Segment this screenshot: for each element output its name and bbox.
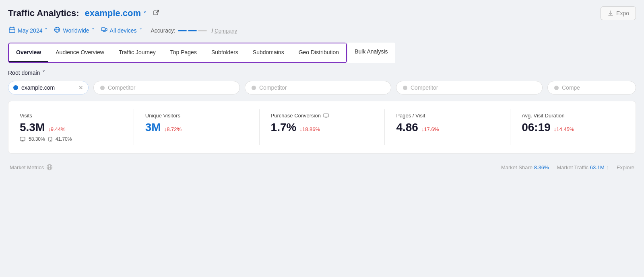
globe-icon (54, 27, 60, 35)
purchase-conversion-value-row: 1.7% ↓18.86% (271, 121, 374, 134)
info-icon: i (212, 28, 213, 33)
explore-link[interactable]: Explore (617, 164, 634, 170)
visits-sub: 58.30% 41.70% (20, 136, 122, 142)
stat-unique-visitors: Unique Visitors 3M ↓8.72% (134, 109, 260, 145)
tab-subdomains[interactable]: Subdomains (246, 43, 291, 62)
competitor-placeholder-2: Competitor (259, 84, 287, 91)
location-filter[interactable]: Worldwide ˅ (53, 25, 95, 36)
competitor-placeholder-3: Competitor (411, 84, 438, 91)
domain-dot-icon (13, 85, 18, 90)
competitor-dot-icon (252, 86, 256, 90)
visits-label: Visits (20, 113, 122, 119)
accuracy-section: Accuracy: (151, 27, 207, 34)
device-icon (101, 27, 107, 35)
market-share-section: Market Share 8.36% (501, 164, 549, 170)
purchase-conversion-change: ↓18.86% (299, 126, 320, 132)
tab-subfolders[interactable]: Subfolders (204, 43, 246, 62)
globe-market-icon (46, 164, 53, 170)
competitor-input-3[interactable]: Competitor (396, 81, 543, 94)
market-metrics-right: Market Share 8.36% Market Traffic 63.1M … (501, 164, 634, 170)
unique-visitors-change: ↓8.72% (164, 126, 182, 132)
tab-bulk-analysis[interactable]: Bulk Analysis (347, 43, 395, 63)
competitor-placeholder-1: Competitor (108, 84, 135, 91)
domain-chevron-icon[interactable]: ˅ (143, 11, 146, 17)
competitor-dot-icon (403, 86, 407, 90)
root-domain-label: Root domain (8, 70, 40, 76)
domain-input-close-icon[interactable]: ✕ (78, 84, 83, 91)
title-prefix: Traffic Analytics: (8, 8, 79, 18)
monitor-icon (323, 113, 329, 118)
svg-rect-0 (9, 28, 15, 33)
market-metrics-row: Market Metrics Market Share 8.36% Market… (8, 160, 636, 170)
accuracy-indicator (178, 30, 207, 31)
competitor-dot-icon (100, 86, 105, 90)
svg-rect-4 (105, 29, 107, 31)
market-share-value: 8.36% (534, 164, 549, 170)
location-chevron-icon: ˅ (92, 27, 95, 34)
accuracy-label: Accuracy: (151, 27, 175, 34)
avg-visit-duration-value: 06:19 (522, 121, 551, 134)
tab-overview[interactable]: Overview (9, 43, 48, 62)
traffic-up-icon: ↑ (606, 164, 609, 170)
nav-container: Overview Audience Overview Traffic Journ… (8, 43, 347, 63)
tab-geo-distribution[interactable]: Geo Distribution (291, 43, 346, 62)
device-filter-label: All devices (110, 27, 137, 34)
avg-visit-duration-change: ↓14.45% (554, 126, 574, 132)
domain-input-field[interactable]: example.com ✕ (8, 81, 89, 94)
desktop-icon (20, 137, 25, 142)
unique-visitors-value: 3M (145, 121, 161, 134)
nav-tabs: Overview Audience Overview Traffic Journ… (9, 43, 346, 62)
root-domain-chevron-icon: ˅ (42, 70, 45, 76)
header-row: Traffic Analytics: example.com ˅ Expo (8, 6, 636, 20)
svg-rect-3 (101, 28, 105, 31)
date-chevron-icon: ˅ (45, 27, 47, 34)
market-traffic-section: Market Traffic 63.1M ↑ (557, 164, 609, 170)
pages-per-visit-value: 4.86 (396, 121, 418, 134)
purchase-conversion-label: Purchase Conversion (271, 113, 374, 119)
stat-purchase-conversion: Purchase Conversion 1.7% ↓18.86% (260, 109, 385, 145)
location-filter-label: Worldwide (63, 27, 89, 34)
pages-per-visit-change: ↓17.6% (421, 126, 439, 132)
tab-top-pages[interactable]: Top Pages (163, 43, 204, 62)
external-link-icon[interactable] (153, 9, 160, 18)
calendar-icon (9, 27, 15, 35)
tab-audience-overview[interactable]: Audience Overview (48, 43, 111, 62)
visits-value-row: 5.3M ↓9.44% (20, 121, 122, 134)
competitor-dot-icon (554, 86, 559, 90)
export-button[interactable]: Expo (601, 6, 636, 20)
domain-title[interactable]: example.com (85, 8, 141, 18)
mobile-icon (48, 137, 52, 142)
domain-input-value: example.com (21, 84, 55, 91)
market-traffic-value: 63.1M (590, 164, 605, 170)
header-left: Traffic Analytics: example.com ˅ (8, 8, 160, 18)
device-chevron-icon: ˅ (139, 27, 142, 34)
competitor-input-1[interactable]: Competitor (93, 81, 240, 94)
pages-per-visit-value-row: 4.86 ↓17.6% (396, 121, 499, 134)
tab-traffic-journey[interactable]: Traffic Journey (111, 43, 163, 62)
unique-visitors-label: Unique Visitors (145, 113, 248, 119)
device-filter[interactable]: All devices ˅ (100, 25, 143, 36)
market-metrics-label: Market Metrics (10, 164, 44, 170)
competitor-input-4[interactable]: Compe (547, 81, 636, 94)
market-metrics-left: Market Metrics (10, 164, 53, 170)
stats-card: Visits 5.3M ↓9.44% 58.30% 41.70% (8, 101, 636, 154)
visits-value: 5.3M (20, 121, 45, 134)
stat-avg-visit-duration: Avg. Visit Duration 06:19 ↓14.45% (510, 109, 636, 145)
market-traffic-label: Market Traffic (557, 164, 589, 170)
stat-visits: Visits 5.3M ↓9.44% 58.30% 41.70% (8, 109, 134, 145)
unique-visitors-value-row: 3M ↓8.72% (145, 121, 248, 134)
company-label: Company (215, 28, 237, 34)
avg-visit-duration-label: Avg. Visit Duration (522, 113, 624, 119)
export-label: Expo (616, 10, 629, 16)
svg-rect-5 (20, 137, 25, 140)
competitor-input-2[interactable]: Competitor (245, 81, 391, 94)
nav-outer-row: Overview Audience Overview Traffic Journ… (8, 43, 636, 63)
date-filter[interactable]: May 2024 ˅ (8, 25, 48, 36)
pages-per-visit-label: Pages / Visit (396, 113, 499, 119)
avg-visit-duration-value-row: 06:19 ↓14.45% (522, 121, 624, 134)
company-section[interactable]: i Company (212, 28, 237, 34)
market-share-label: Market Share (501, 164, 533, 170)
svg-rect-8 (324, 114, 328, 117)
competitor-placeholder-4: Compe (562, 84, 580, 91)
root-domain-selector[interactable]: Root domain ˅ (8, 70, 636, 76)
